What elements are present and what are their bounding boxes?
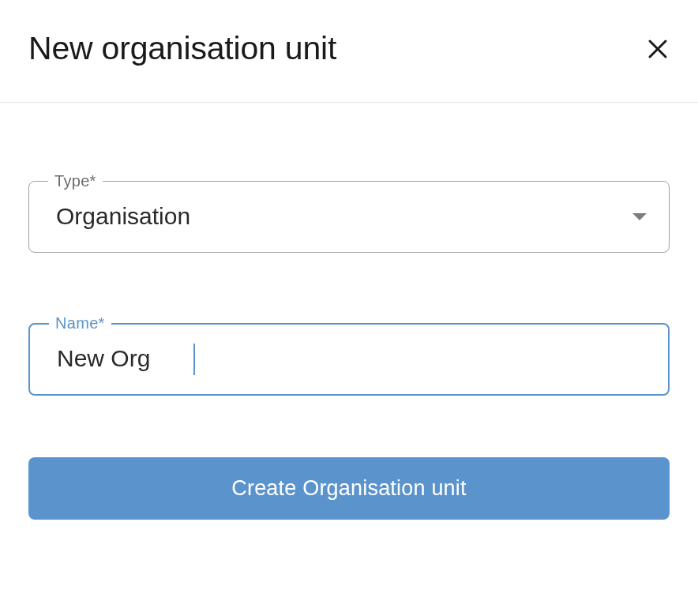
create-button[interactable]: Create Organisation unit	[28, 457, 670, 520]
name-fieldset: Name*	[28, 314, 670, 396]
name-field: Name*	[28, 314, 670, 396]
name-input-wrap	[30, 332, 668, 394]
dialog-header: New organisation unit	[0, 0, 698, 103]
chevron-down-icon	[632, 213, 647, 220]
text-caret	[193, 344, 195, 375]
close-button[interactable]	[641, 32, 674, 66]
name-input[interactable]	[30, 332, 668, 394]
dialog-title: New organisation unit	[28, 30, 336, 67]
type-field: Type* Organisation	[28, 172, 670, 253]
close-icon	[646, 37, 670, 61]
button-row: Create Organisation unit	[0, 457, 698, 520]
name-label: Name*	[49, 314, 111, 332]
type-select[interactable]: Organisation	[29, 190, 669, 252]
form-area: Type* Organisation Name*	[0, 103, 698, 396]
type-value: Organisation	[56, 203, 190, 230]
type-fieldset: Type* Organisation	[28, 172, 670, 253]
type-label: Type*	[48, 172, 103, 190]
